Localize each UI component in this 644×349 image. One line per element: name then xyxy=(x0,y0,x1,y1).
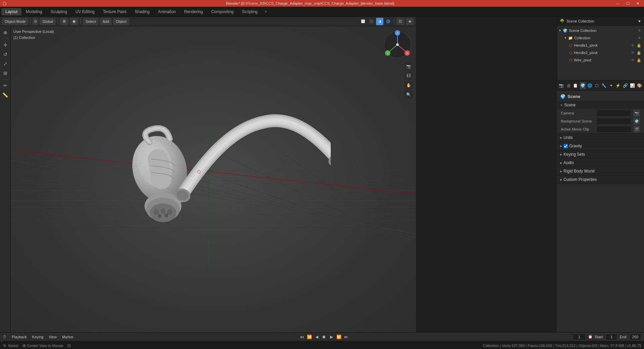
bg-scene-picker-icon[interactable]: 🌍 xyxy=(633,118,640,124)
tab-rendering[interactable]: Rendering xyxy=(180,8,207,15)
hendle2-eye[interactable]: 👁 xyxy=(631,51,635,55)
tab-texture-paint[interactable]: Texture Paint xyxy=(99,8,130,15)
marker-menu[interactable]: Marker xyxy=(60,334,75,340)
world-props-btn[interactable]: 🌐 xyxy=(587,82,593,89)
material-shading[interactable]: ◑ xyxy=(376,18,383,25)
playback-menu[interactable]: Playback xyxy=(10,334,29,340)
rendered-shading[interactable]: 🌐 xyxy=(384,18,392,25)
keying-sets-section-header[interactable]: ▶ Keying Sets xyxy=(557,150,644,158)
end-frame-input[interactable] xyxy=(629,334,641,340)
select-menu[interactable]: Select xyxy=(83,18,99,25)
scene-props-btn[interactable]: 🌍 xyxy=(580,82,586,89)
start-frame-input[interactable] xyxy=(605,334,618,340)
data-props-btn[interactable]: 📊 xyxy=(629,82,636,89)
constraints-props-btn[interactable]: 🔗 xyxy=(622,82,629,89)
hendle2-restrict-icon[interactable]: 🔒 xyxy=(637,51,641,55)
rigid-body-world-section-header[interactable]: ▶ Rigid Body World xyxy=(557,167,644,175)
scale-tool[interactable]: ⤢ xyxy=(1,59,10,68)
jump-to-end-btn[interactable]: ⏭ xyxy=(343,334,350,340)
play-reverse-btn[interactable]: ◀ xyxy=(313,334,320,340)
object-mode-dropdown[interactable]: Object Mode xyxy=(2,18,28,25)
wire-restrict-icon[interactable]: 🔒 xyxy=(637,58,641,62)
camera-picker-icon[interactable]: 📷 xyxy=(633,110,640,116)
vp-collection-label: (1) Collection xyxy=(13,35,54,41)
modifiers-props-btn[interactable]: 🔧 xyxy=(601,82,607,89)
titlebar-controls[interactable]: — ☐ ✕ xyxy=(614,1,641,6)
xray-btn[interactable]: ◈ xyxy=(406,18,414,25)
play-btn[interactable]: ▶ xyxy=(328,334,335,340)
tab-modeling[interactable]: Modeling xyxy=(22,8,46,15)
tab-sculpting[interactable]: Sculpting xyxy=(47,8,71,15)
proportional-edit-btn[interactable]: ◉ xyxy=(70,18,78,25)
zoom-tool-btn[interactable]: 🔍 xyxy=(405,91,413,99)
stop-btn[interactable]: ⏹ xyxy=(321,334,327,340)
current-frame-input[interactable] xyxy=(573,334,586,340)
particles-props-btn[interactable]: ✦ xyxy=(608,82,614,89)
wire-eye[interactable]: 👁 xyxy=(631,58,635,62)
workspace-tabs: Layout Modeling Sculpting UV Editing Tex… xyxy=(0,7,644,17)
movie-clip-picker-icon[interactable]: 🎬 xyxy=(633,126,640,133)
tab-scripting[interactable]: Scripting xyxy=(238,8,262,15)
solid-shading[interactable]: ⬛ xyxy=(368,18,375,25)
render-props-btn[interactable]: 📷 xyxy=(558,82,565,89)
add-menu[interactable]: Add xyxy=(100,18,112,25)
hendle1-restrict-icon[interactable]: 🔒 xyxy=(637,43,641,48)
audio-section-header[interactable]: ▶ Audio xyxy=(557,159,644,167)
global-dropdown[interactable]: Global xyxy=(40,18,56,25)
keying-menu[interactable]: Keying xyxy=(30,334,46,340)
view-menu[interactable]: View xyxy=(47,334,59,340)
hendle1-eye[interactable]: 👁 xyxy=(631,43,635,47)
cursor-tool[interactable]: ⊕ xyxy=(1,28,10,37)
annotate-tool[interactable]: ✏ xyxy=(1,81,10,90)
outliner-item-wire[interactable]: ⬡ Wire_pivot 👁 🔒 xyxy=(557,56,644,64)
units-section-header[interactable]: ▶ Units xyxy=(557,134,644,142)
pan-tool-btn[interactable]: ✋ xyxy=(405,81,413,89)
outliner-filter-icon[interactable]: ▼ xyxy=(638,19,641,23)
object-menu[interactable]: Object xyxy=(113,18,129,25)
object-props-btn[interactable]: ⬡ xyxy=(594,82,600,89)
close-button[interactable]: ✕ xyxy=(634,1,641,6)
navigation-gizmo[interactable]: Z X Y xyxy=(382,30,413,60)
camera-value[interactable] xyxy=(596,110,631,116)
tab-layout[interactable]: Layout xyxy=(1,8,21,15)
tab-compositing[interactable]: Compositing xyxy=(207,8,238,15)
tab-uv-editing[interactable]: UV Editing xyxy=(71,8,99,15)
outliner-item-hendle1[interactable]: ⬡ Hendle1_pivot 👁 🔒 xyxy=(557,42,644,49)
output-props-btn[interactable]: 🖨 xyxy=(565,82,572,89)
snap-btn[interactable]: ⊞ xyxy=(60,18,68,25)
render-preview-btn[interactable]: 🎞 xyxy=(405,72,413,80)
step-back-btn[interactable]: ⏪ xyxy=(306,334,313,340)
custom-properties-section-header[interactable]: ▶ Custom Properties xyxy=(557,176,644,184)
transform-tool[interactable]: ⊞ xyxy=(1,69,10,78)
gravity-section-header[interactable]: ▶ Gravity xyxy=(557,142,644,150)
scene-collection-eye[interactable]: 👁 xyxy=(638,29,641,33)
outliner-item-hendle2[interactable]: ⬡ Hendle2_pivot 👁 🔒 xyxy=(557,49,644,56)
move-tool[interactable]: ✛ xyxy=(1,41,10,49)
jump-to-start-btn[interactable]: ⏮ xyxy=(299,334,305,340)
overlay-btn[interactable]: ⊡ xyxy=(396,18,405,25)
mmb-icon: ⊕ xyxy=(22,343,26,348)
outliner-item-collection[interactable]: ▼ 📁 Collection 👁 xyxy=(557,34,644,42)
minimize-button[interactable]: — xyxy=(614,1,622,6)
view-layer-props-btn[interactable]: 📋 xyxy=(572,82,579,89)
collection-eye[interactable]: 👁 xyxy=(638,36,641,40)
active-movie-clip-value[interactable] xyxy=(596,126,631,133)
viewport-shading-btn[interactable]: ⊙ xyxy=(33,18,38,25)
scene-section-header[interactable]: ▼ Scene xyxy=(557,101,644,109)
tab-animation[interactable]: Animation xyxy=(154,8,180,15)
viewport-3d[interactable]: User Perspective (Local) (1) Collection … xyxy=(11,26,416,332)
measure-tool[interactable]: 📏 xyxy=(1,91,10,99)
material-props-btn[interactable]: 🎨 xyxy=(636,82,643,89)
physics-props-btn[interactable]: ⚡ xyxy=(615,82,621,89)
wireframe-shading[interactable]: ⬜ xyxy=(359,18,367,25)
background-scene-value[interactable] xyxy=(596,118,631,124)
gravity-checkbox[interactable] xyxy=(564,144,568,148)
tab-add[interactable]: + xyxy=(262,8,270,15)
outliner-item-scene-collection[interactable]: ▼ 🌍 Scene Collection 👁 xyxy=(557,27,644,34)
maximize-button[interactable]: ☐ xyxy=(624,1,632,6)
scene-prop-title: Scene xyxy=(568,94,580,99)
tab-shading[interactable]: Shading xyxy=(131,8,154,15)
rotate-tool[interactable]: ↺ xyxy=(1,50,10,59)
step-forward-btn[interactable]: ⏩ xyxy=(335,334,342,340)
camera-view-btn[interactable]: 📷 xyxy=(405,62,413,70)
